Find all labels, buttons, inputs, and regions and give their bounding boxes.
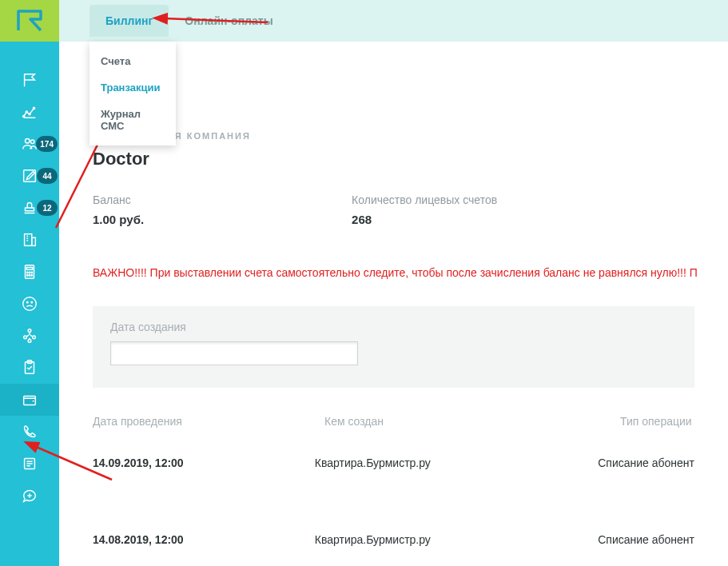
balance-value: 1.00 руб. bbox=[93, 213, 144, 226]
svg-point-18 bbox=[29, 275, 30, 276]
filter-label: Дата создания bbox=[110, 321, 677, 333]
svg-point-24 bbox=[24, 336, 27, 339]
sidebar-org[interactable] bbox=[0, 320, 59, 352]
sidebar-list[interactable] bbox=[0, 448, 59, 480]
date-created-input[interactable] bbox=[110, 341, 358, 365]
main: Биллинг Онлайн-оплаты Счета Транзакции Ж… bbox=[59, 0, 728, 566]
svg-point-26 bbox=[28, 340, 31, 343]
svg-point-21 bbox=[27, 301, 28, 302]
company-name: Doctor bbox=[93, 149, 694, 169]
sidebar-chat[interactable] bbox=[0, 480, 59, 512]
svg-point-4 bbox=[26, 139, 30, 144]
sidebar-flag[interactable] bbox=[0, 64, 59, 96]
dropdown-invoices[interactable]: Счета bbox=[90, 48, 176, 74]
dropdown-transactions[interactable]: Транзакции bbox=[90, 74, 176, 101]
sidebar-stamp[interactable]: 12 bbox=[0, 192, 59, 224]
flag-icon bbox=[21, 71, 38, 89]
cell-who: Квартира.Бурмистр.ру bbox=[315, 533, 598, 546]
topbar: Биллинг Онлайн-оплаты bbox=[59, 0, 728, 42]
cell-type: Списание абонент bbox=[598, 533, 694, 546]
chat-plus-icon bbox=[21, 487, 38, 504]
tab-online-payments[interactable]: Онлайн-оплаты bbox=[169, 5, 288, 37]
clipboard-icon bbox=[21, 359, 38, 377]
svg-rect-29 bbox=[24, 396, 36, 405]
sidebar-face[interactable] bbox=[0, 288, 59, 320]
breadcrumb: закции bbox=[93, 90, 694, 102]
svg-point-1 bbox=[26, 111, 27, 113]
cell-date: 14.09.2019, 12:00 bbox=[93, 456, 315, 469]
sidebar-calculator[interactable] bbox=[0, 256, 59, 288]
svg-rect-13 bbox=[26, 268, 32, 270]
svg-point-15 bbox=[29, 272, 30, 273]
table-header: Дата проведения Кем создан Тип операции bbox=[93, 415, 694, 442]
table-row[interactable]: 14.08.2019, 12:00 Квартира.Бурмистр.ру С… bbox=[93, 519, 694, 560]
sidebar-clipboard[interactable] bbox=[0, 352, 59, 384]
accounts-value: 268 bbox=[352, 213, 497, 226]
col-date-header: Дата проведения bbox=[93, 415, 324, 428]
sidebar-analytics[interactable] bbox=[0, 96, 59, 128]
svg-point-3 bbox=[33, 107, 34, 109]
col-type-header: Тип операции bbox=[620, 415, 694, 428]
section-label: УПРАВЛЯЮЩАЯ КОМПАНИЯ bbox=[93, 131, 694, 141]
svg-rect-8 bbox=[32, 237, 36, 245]
wallet-icon bbox=[21, 391, 38, 409]
list-icon bbox=[21, 455, 38, 472]
table-row[interactable]: 14.09.2019, 12:00 Квартира.Бурмистр.ру С… bbox=[93, 442, 694, 484]
svg-point-23 bbox=[28, 329, 31, 333]
calculator-icon bbox=[21, 263, 38, 281]
building-icon bbox=[21, 231, 38, 249]
svg-point-16 bbox=[31, 272, 32, 273]
logo-icon bbox=[16, 9, 43, 33]
svg-point-0 bbox=[23, 115, 25, 117]
billing-dropdown: Счета Транзакции Журнал СМС bbox=[90, 42, 176, 145]
cell-who: Квартира.Бурмистр.ру bbox=[315, 456, 598, 469]
sidebar-users[interactable]: 174 bbox=[0, 128, 59, 160]
cell-type: Списание абонент bbox=[598, 456, 694, 469]
dropdown-sms-log[interactable]: Журнал СМС bbox=[90, 101, 176, 139]
stamp-icon bbox=[21, 199, 38, 217]
svg-point-22 bbox=[31, 301, 32, 302]
phone-icon bbox=[21, 423, 38, 440]
svg-point-5 bbox=[30, 140, 34, 144]
svg-point-19 bbox=[31, 275, 32, 276]
stat-accounts: Количество лицевых счетов 268 bbox=[352, 193, 497, 226]
chart-icon bbox=[21, 103, 38, 121]
badge-stamp: 12 bbox=[37, 200, 58, 216]
stats-row: Баланс 1.00 руб. Количество лицевых счет… bbox=[93, 193, 694, 226]
svg-rect-7 bbox=[25, 234, 32, 246]
sidebar-building[interactable] bbox=[0, 224, 59, 256]
badge-edit: 44 bbox=[37, 168, 58, 184]
svg-point-14 bbox=[27, 272, 28, 273]
page-title-row: ИИ bbox=[93, 62, 694, 87]
sidebar-wallet[interactable] bbox=[0, 384, 59, 416]
filter-panel: Дата создания bbox=[93, 306, 694, 388]
svg-point-2 bbox=[29, 114, 30, 115]
cell-date: 14.08.2019, 12:00 bbox=[93, 533, 315, 546]
sidebar: 174 44 12 bbox=[0, 0, 59, 566]
svg-point-20 bbox=[23, 297, 37, 311]
svg-point-25 bbox=[33, 336, 36, 339]
sad-face-icon bbox=[21, 295, 38, 313]
org-icon bbox=[21, 327, 38, 345]
badge-users: 174 bbox=[36, 136, 58, 152]
stat-balance: Баланс 1.00 руб. bbox=[93, 193, 144, 226]
edit-icon bbox=[21, 167, 38, 185]
tab-billing[interactable]: Биллинг bbox=[90, 5, 169, 37]
warning-text: ВАЖНО!!!! При выставлении счета самостоя… bbox=[93, 266, 694, 279]
balance-label: Баланс bbox=[93, 193, 144, 206]
accounts-label: Количество лицевых счетов bbox=[352, 193, 497, 206]
col-who-header: Кем создан bbox=[324, 415, 620, 428]
sidebar-edit[interactable]: 44 bbox=[0, 160, 59, 192]
sidebar-phone[interactable] bbox=[0, 416, 59, 448]
svg-point-17 bbox=[27, 275, 28, 276]
logo[interactable] bbox=[0, 0, 59, 42]
